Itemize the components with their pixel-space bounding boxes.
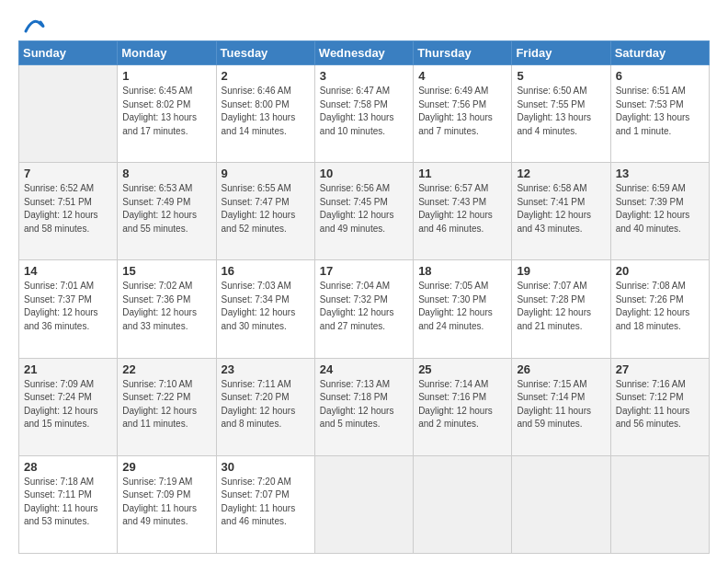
day-number: 19 — [517, 264, 605, 278]
day-info: Sunrise: 6:57 AM Sunset: 7:43 PM Dayligh… — [418, 182, 506, 236]
day-info: Sunrise: 7:20 AM Sunset: 7:07 PM Dayligh… — [222, 476, 310, 529]
weekday-header-saturday: Saturday — [610, 41, 709, 65]
day-number: 17 — [320, 264, 408, 278]
day-number: 10 — [320, 167, 408, 180]
day-info: Sunrise: 7:10 AM Sunset: 7:22 PM Dayligh… — [122, 378, 210, 431]
day-info: Sunrise: 7:02 AM Sunset: 7:36 PM Dayligh… — [122, 280, 210, 333]
calendar-cell: 20Sunrise: 7:08 AM Sunset: 7:26 PM Dayli… — [610, 260, 709, 358]
day-number: 5 — [517, 69, 605, 83]
day-number: 14 — [24, 264, 112, 278]
day-number: 28 — [24, 460, 112, 474]
day-info: Sunrise: 7:15 AM Sunset: 7:14 PM Dayligh… — [517, 378, 605, 431]
calendar-cell: 15Sunrise: 7:02 AM Sunset: 7:36 PM Dayli… — [118, 260, 216, 358]
day-number: 13 — [616, 167, 704, 180]
day-number: 29 — [122, 460, 210, 474]
calendar-cell: 11Sunrise: 6:57 AM Sunset: 7:43 PM Dayli… — [414, 163, 512, 260]
day-number: 22 — [122, 362, 210, 376]
day-number: 1 — [122, 69, 210, 83]
day-number: 12 — [517, 167, 605, 180]
calendar-cell: 21Sunrise: 7:09 AM Sunset: 7:24 PM Dayli… — [19, 358, 118, 455]
weekday-header-tuesday: Tuesday — [216, 41, 314, 65]
calendar-cell: 1Sunrise: 6:45 AM Sunset: 8:02 PM Daylig… — [118, 65, 216, 163]
day-info: Sunrise: 6:47 AM Sunset: 7:58 PM Dayligh… — [320, 85, 408, 138]
calendar-cell: 7Sunrise: 6:52 AM Sunset: 7:51 PM Daylig… — [19, 163, 118, 260]
day-info: Sunrise: 6:53 AM Sunset: 7:49 PM Dayligh… — [122, 182, 210, 236]
day-info: Sunrise: 6:45 AM Sunset: 8:02 PM Dayligh… — [122, 85, 210, 138]
day-number: 18 — [418, 264, 506, 278]
day-info: Sunrise: 6:46 AM Sunset: 8:00 PM Dayligh… — [222, 85, 310, 138]
calendar-cell: 13Sunrise: 6:59 AM Sunset: 7:39 PM Dayli… — [610, 163, 709, 260]
day-info: Sunrise: 7:09 AM Sunset: 7:24 PM Dayligh… — [24, 378, 112, 431]
day-number: 4 — [418, 69, 506, 83]
day-number: 26 — [517, 362, 605, 376]
weekday-header-thursday: Thursday — [414, 41, 512, 65]
calendar-cell: 19Sunrise: 7:07 AM Sunset: 7:28 PM Dayli… — [512, 260, 610, 358]
calendar-week-row: 28Sunrise: 7:18 AM Sunset: 7:11 PM Dayli… — [19, 455, 710, 553]
day-number: 23 — [222, 362, 310, 376]
calendar-cell: 2Sunrise: 6:46 AM Sunset: 8:00 PM Daylig… — [216, 65, 314, 163]
calendar-cell — [19, 65, 118, 163]
weekday-header-monday: Monday — [118, 41, 216, 65]
day-info: Sunrise: 7:05 AM Sunset: 7:30 PM Dayligh… — [418, 280, 506, 333]
calendar-cell: 24Sunrise: 7:13 AM Sunset: 7:18 PM Dayli… — [314, 358, 413, 455]
day-number: 9 — [222, 167, 310, 180]
calendar-cell: 30Sunrise: 7:20 AM Sunset: 7:07 PM Dayli… — [216, 455, 314, 553]
calendar-table: SundayMondayTuesdayWednesdayThursdayFrid… — [18, 40, 710, 554]
day-number: 7 — [24, 167, 112, 180]
calendar-cell: 29Sunrise: 7:19 AM Sunset: 7:09 PM Dayli… — [118, 455, 216, 553]
day-info: Sunrise: 6:55 AM Sunset: 7:47 PM Dayligh… — [222, 182, 310, 236]
calendar-cell: 16Sunrise: 7:03 AM Sunset: 7:34 PM Dayli… — [216, 260, 314, 358]
calendar-cell: 26Sunrise: 7:15 AM Sunset: 7:14 PM Dayli… — [512, 358, 610, 455]
calendar-header-row: SundayMondayTuesdayWednesdayThursdayFrid… — [19, 41, 710, 65]
day-number: 27 — [616, 362, 704, 376]
day-number: 30 — [222, 460, 310, 474]
day-number: 11 — [418, 167, 506, 180]
day-number: 20 — [616, 264, 704, 278]
calendar-cell — [414, 455, 512, 553]
calendar-week-row: 1Sunrise: 6:45 AM Sunset: 8:02 PM Daylig… — [19, 65, 710, 163]
day-number: 25 — [418, 362, 506, 376]
calendar-cell: 8Sunrise: 6:53 AM Sunset: 7:49 PM Daylig… — [118, 163, 216, 260]
calendar-cell: 6Sunrise: 6:51 AM Sunset: 7:53 PM Daylig… — [610, 65, 709, 163]
calendar-cell: 23Sunrise: 7:11 AM Sunset: 7:20 PM Dayli… — [216, 358, 314, 455]
day-number: 6 — [616, 69, 704, 83]
calendar-cell: 18Sunrise: 7:05 AM Sunset: 7:30 PM Dayli… — [414, 260, 512, 358]
page: SundayMondayTuesdayWednesdayThursdayFrid… — [0, 0, 728, 563]
calendar-week-row: 14Sunrise: 7:01 AM Sunset: 7:37 PM Dayli… — [19, 260, 710, 358]
calendar-cell: 12Sunrise: 6:58 AM Sunset: 7:41 PM Dayli… — [512, 163, 610, 260]
day-info: Sunrise: 7:14 AM Sunset: 7:16 PM Dayligh… — [418, 378, 506, 431]
day-info: Sunrise: 7:18 AM Sunset: 7:11 PM Dayligh… — [24, 476, 112, 529]
day-info: Sunrise: 6:50 AM Sunset: 7:55 PM Dayligh… — [517, 85, 605, 138]
day-number: 21 — [24, 362, 112, 376]
day-number: 8 — [122, 167, 210, 180]
day-number: 2 — [222, 69, 310, 83]
day-info: Sunrise: 7:13 AM Sunset: 7:18 PM Dayligh… — [320, 378, 408, 431]
day-info: Sunrise: 7:01 AM Sunset: 7:37 PM Dayligh… — [24, 280, 112, 333]
calendar-cell: 28Sunrise: 7:18 AM Sunset: 7:11 PM Dayli… — [19, 455, 118, 553]
calendar-cell: 25Sunrise: 7:14 AM Sunset: 7:16 PM Dayli… — [414, 358, 512, 455]
calendar-cell: 17Sunrise: 7:04 AM Sunset: 7:32 PM Dayli… — [314, 260, 413, 358]
day-info: Sunrise: 7:11 AM Sunset: 7:20 PM Dayligh… — [222, 378, 310, 431]
calendar-cell: 3Sunrise: 6:47 AM Sunset: 7:58 PM Daylig… — [314, 65, 413, 163]
weekday-header-sunday: Sunday — [19, 41, 118, 65]
calendar-cell: 9Sunrise: 6:55 AM Sunset: 7:47 PM Daylig… — [216, 163, 314, 260]
day-info: Sunrise: 7:04 AM Sunset: 7:32 PM Dayligh… — [320, 280, 408, 333]
day-info: Sunrise: 7:03 AM Sunset: 7:34 PM Dayligh… — [222, 280, 310, 333]
calendar-week-row: 7Sunrise: 6:52 AM Sunset: 7:51 PM Daylig… — [19, 163, 710, 260]
calendar-cell — [314, 455, 413, 553]
header — [18, 15, 710, 33]
day-info: Sunrise: 6:59 AM Sunset: 7:39 PM Dayligh… — [616, 182, 704, 236]
calendar-cell — [512, 455, 610, 553]
calendar-cell: 4Sunrise: 6:49 AM Sunset: 7:56 PM Daylig… — [414, 65, 512, 163]
day-info: Sunrise: 6:51 AM Sunset: 7:53 PM Dayligh… — [616, 85, 704, 138]
weekday-header-friday: Friday — [512, 41, 610, 65]
day-number: 24 — [320, 362, 408, 376]
day-info: Sunrise: 6:49 AM Sunset: 7:56 PM Dayligh… — [418, 85, 506, 138]
day-info: Sunrise: 6:58 AM Sunset: 7:41 PM Dayligh… — [517, 182, 605, 236]
calendar-week-row: 21Sunrise: 7:09 AM Sunset: 7:24 PM Dayli… — [19, 358, 710, 455]
calendar-cell — [610, 455, 709, 553]
calendar-cell: 27Sunrise: 7:16 AM Sunset: 7:12 PM Dayli… — [610, 358, 709, 455]
logo-icon — [20, 15, 46, 37]
day-info: Sunrise: 7:19 AM Sunset: 7:09 PM Dayligh… — [122, 476, 210, 529]
day-info: Sunrise: 7:07 AM Sunset: 7:28 PM Dayligh… — [517, 280, 605, 333]
